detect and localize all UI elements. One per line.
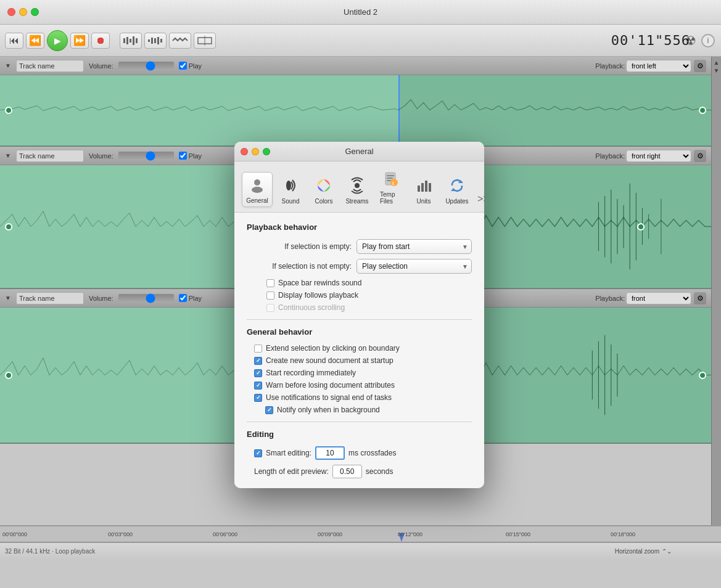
radiation-icon[interactable]: ☢ — [685, 33, 696, 48]
playback-checkboxes: Space bar rewinds sound Display follows … — [259, 279, 472, 312]
svg-point-28 — [252, 187, 263, 193]
zoom-control[interactable]: Horizontal zoom ⌃⌄ — [615, 548, 672, 555]
continuous-scroll-row: Continuous scrolling — [266, 303, 472, 312]
svg-point-31 — [355, 183, 360, 188]
create-new-doc-checkbox[interactable]: ✓ — [254, 357, 262, 365]
continuous-scroll-checkbox[interactable] — [266, 304, 274, 312]
loop-button[interactable]: ⏮ — [5, 33, 23, 49]
if-not-empty-select[interactable]: Play selection Play from start Do nothin… — [356, 259, 472, 274]
track-name-input-2[interactable] — [16, 150, 84, 162]
track-dot-right-3[interactable] — [699, 372, 706, 379]
track-arrow-2[interactable]: ▼ — [5, 152, 11, 159]
zoom-btn[interactable] — [169, 33, 191, 49]
play-check-1[interactable]: Play — [179, 62, 202, 70]
playback-label-1: Playback: — [595, 62, 625, 70]
scroll-up-btn[interactable]: ▲ — [714, 59, 720, 66]
track-arrow-1[interactable]: ▼ — [5, 62, 11, 69]
create-new-doc-label: Create new sound document at startup — [266, 356, 393, 365]
track-name-input-1[interactable] — [16, 60, 84, 72]
track-dot-left-1[interactable] — [5, 107, 12, 114]
rewind-button[interactable]: ⏪ — [26, 33, 44, 49]
play-button[interactable]: ▶ — [47, 30, 68, 51]
streams-tab-icon — [347, 176, 367, 195]
display-follows-checkbox[interactable] — [266, 292, 274, 300]
tab-colors-label: Colors — [315, 198, 333, 205]
tab-units[interactable]: Units — [408, 173, 439, 207]
warn-before-label: Warn before losing document attributes — [266, 381, 395, 390]
modal-close-btn[interactable] — [241, 148, 248, 155]
smart-editing-row: ✓ Smart editing: ms crossfades — [254, 446, 472, 460]
if-not-empty-select-wrapper: Play selection Play from start Do nothin… — [356, 259, 472, 274]
tab-updates[interactable]: Updates — [442, 173, 472, 207]
tab-temp-files[interactable]: t Temp Files — [375, 166, 406, 207]
extend-selection-checkbox[interactable] — [254, 345, 262, 353]
track-dot-left-3[interactable] — [5, 372, 12, 379]
bottom-bar: 32 Bit / 44.1 kHz · Loop playback Horizo… — [0, 542, 721, 560]
sound-tab-icon — [281, 176, 300, 195]
select-btn[interactable] — [194, 33, 216, 49]
track-dot-right-2[interactable] — [637, 223, 645, 231]
svg-rect-1 — [126, 37, 128, 44]
maximize-button[interactable] — [31, 8, 39, 16]
tab-streams[interactable]: Streams — [342, 173, 373, 207]
modal-max-btn[interactable] — [263, 148, 270, 155]
use-notifications-checkbox[interactable]: ✓ — [254, 394, 262, 402]
tab-colors[interactable]: Colors — [308, 173, 339, 207]
playback-label-2: Playback: — [595, 152, 625, 160]
svg-rect-40 — [425, 181, 427, 192]
track-header-1: ▼ Volume: Play Playback: front left fron… — [0, 57, 711, 75]
minimize-button[interactable] — [19, 8, 27, 16]
ruler-mark-4: 00'12"000 — [398, 531, 422, 537]
track-waveform-1[interactable] — [0, 75, 711, 146]
volume-slider-2[interactable] — [118, 152, 174, 160]
if-empty-select-wrapper: Play from start Play selection Do nothin… — [356, 239, 472, 254]
tab-sound-label: Sound — [282, 198, 300, 205]
spacebar-checkbox[interactable] — [266, 279, 274, 287]
modal-titlebar: General — [234, 142, 484, 161]
track-dot-right-1[interactable] — [699, 107, 706, 114]
track-arrow-3[interactable]: ▼ — [5, 295, 11, 301]
traffic-lights — [7, 8, 39, 16]
tab-general[interactable]: General — [242, 172, 273, 207]
units-tab-icon — [414, 176, 434, 195]
svg-rect-33 — [387, 175, 394, 176]
info-icon[interactable]: i — [701, 34, 715, 47]
notify-background-checkbox[interactable]: ✓ — [265, 406, 273, 414]
svg-point-36 — [390, 179, 398, 186]
play-checkbox-1[interactable] — [179, 62, 187, 70]
more-tabs-btn[interactable]: >> — [475, 191, 484, 207]
length-input[interactable] — [332, 465, 362, 478]
play-check-2[interactable]: Play — [179, 152, 202, 160]
divider-1 — [247, 319, 472, 320]
svg-rect-0 — [123, 38, 125, 43]
smart-editing-checkbox[interactable]: ✓ — [254, 449, 262, 457]
gear-btn-1[interactable]: ⚙ — [694, 60, 706, 72]
waveform-btn1[interactable] — [120, 33, 142, 49]
play-checkbox-3[interactable] — [179, 294, 187, 302]
waveform-btn2[interactable] — [144, 33, 167, 49]
gear-btn-3[interactable]: ⚙ — [694, 292, 706, 304]
scroll-down-btn[interactable]: ▼ — [714, 67, 720, 74]
warn-before-checkbox[interactable]: ✓ — [254, 382, 262, 390]
play-checkbox-2[interactable] — [179, 152, 187, 160]
tab-sound[interactable]: Sound — [275, 173, 306, 207]
track-dot-left-2[interactable] — [5, 223, 12, 231]
close-button[interactable] — [7, 8, 15, 16]
play-check-3[interactable]: Play — [179, 294, 202, 302]
gear-btn-2[interactable]: ⚙ — [694, 150, 706, 162]
modal-min-btn[interactable] — [252, 148, 259, 155]
volume-slider-1[interactable] — [118, 62, 174, 70]
create-new-doc-row: ✓ Create new sound document at startup — [254, 356, 472, 365]
start-recording-checkbox[interactable]: ✓ — [254, 369, 262, 377]
if-empty-select[interactable]: Play from start Play selection Do nothin… — [356, 239, 472, 254]
track-name-input-3[interactable] — [16, 292, 84, 304]
fast-forward-button[interactable]: ⏩ — [70, 33, 89, 49]
record-button[interactable]: ⏺ — [91, 33, 110, 49]
playback-select-2[interactable]: front left front right front — [626, 150, 691, 162]
volume-slider-3[interactable] — [118, 294, 174, 303]
svg-rect-5 — [148, 39, 150, 42]
playback-select-3[interactable]: front left front right front — [626, 292, 691, 304]
svg-rect-9 — [160, 39, 162, 43]
crossfades-input[interactable] — [315, 446, 345, 460]
playback-select-1[interactable]: front left front right front — [626, 60, 691, 72]
